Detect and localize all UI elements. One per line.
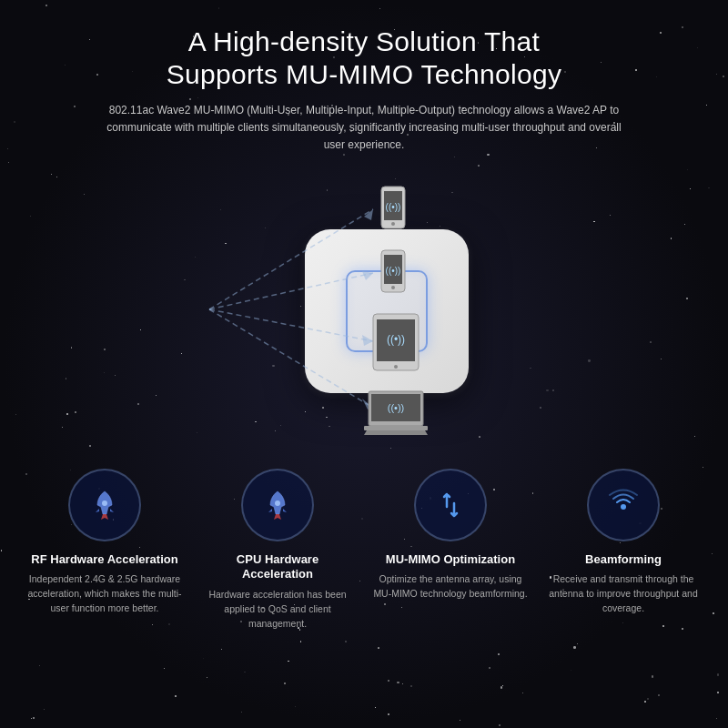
rf-icon-circle [68,469,141,541]
feature-beamforming: Beamforming Receive and transmit through… [546,469,701,632]
rf-desc: Independent 2.4G & 2.5G hardware acceler… [27,572,182,615]
header-description: 802.11ac Wave2 MU-MIMO (Multi-User, Mult… [100,102,628,155]
svg-point-18 [394,365,398,369]
svg-line-6 [209,309,373,408]
svg-line-2 [209,273,373,309]
diagram-section: ((•)) ((•)) ((•)) ((•)) [0,164,728,455]
rf-title: RF Hardware Acceleration [31,552,177,568]
beamforming-desc: Receive and transmit through the antenna… [546,572,701,615]
mumimo-icon-circle [414,469,487,541]
svg-rect-23 [364,426,428,430]
svg-text:((•)): ((•)) [388,402,405,413]
svg-point-10 [391,222,395,226]
svg-text:((•)): ((•)) [387,333,405,346]
diagram-svg: ((•)) ((•)) ((•)) ((•)) [155,164,537,455]
main-title: A High-density Solution That Supports MU… [100,25,628,91]
svg-marker-5 [362,335,373,346]
svg-point-14 [391,286,395,289]
feature-rf-acceleration: RF Hardware Acceleration Independent 2.4… [27,469,182,632]
header-section: A High-density Solution That Supports MU… [46,0,682,164]
feature-mumimo: MU-MIMO Optimization Optimize the antenn… [373,469,528,632]
rocket-icon-1 [86,487,123,523]
features-section: RF Hardware Acceleration Independent 2.4… [0,455,728,650]
mumimo-desc: Optimize the antenna array, using MU-MIM… [373,572,528,602]
arrows-icon [432,487,469,523]
rocket-icon-2 [259,487,296,523]
svg-marker-24 [364,430,428,435]
mumimo-title: MU-MIMO Optimization [386,552,515,568]
device-smartphone-1: ((•)) [381,187,405,228]
svg-point-26 [275,500,280,506]
cpu-desc: Hardware acceleration has been applied t… [200,588,355,631]
wifi-icon [605,487,642,523]
svg-text:((•)): ((•)) [386,266,401,276]
device-smartphone-2: ((•)) [381,250,405,292]
beamforming-title: Beamforming [585,552,662,568]
cpu-title: CPU Hardware Acceleration [200,552,355,583]
svg-point-25 [102,500,107,506]
cpu-icon-circle [241,469,314,541]
svg-text:((•)): ((•)) [386,202,401,212]
main-content: A High-density Solution That Supports MU… [0,0,728,728]
device-laptop: ((•)) [364,391,428,435]
feature-cpu-acceleration: CPU Hardware Acceleration Hardware accel… [200,469,355,632]
svg-line-0 [209,209,373,309]
device-tablet: ((•)) [373,314,419,370]
svg-point-27 [621,504,626,510]
svg-line-4 [209,309,373,341]
beamforming-icon-circle [587,469,660,541]
